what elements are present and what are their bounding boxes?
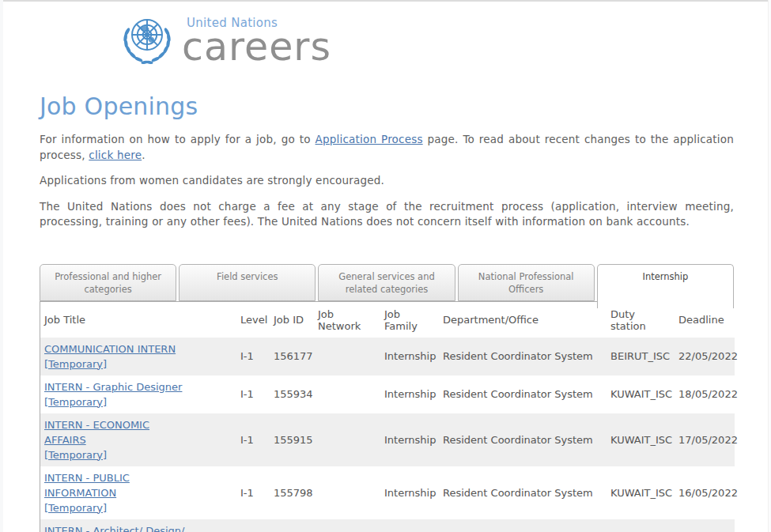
logo-careers-text: careers [182,29,331,65]
un-emblem-icon [117,11,177,71]
cell-duty-station: KUWAIT_ISC [607,466,675,519]
cell-deadline: 16/05/2022 [675,466,735,519]
cell-department: Resident Coordinator System [439,413,607,466]
cell-job-title: INTERN - Graphic Designer [Temporary] [40,375,236,413]
cell-deadline: 17/05/2022 [675,413,735,466]
cell-job-family: Internship [380,519,439,532]
job-title-link[interactable]: INTERN - Graphic Designer [Temporary] [44,381,182,408]
intro-section: For information on how to apply for a jo… [40,132,734,230]
column-header: Job Family [380,302,439,338]
intro-paragraph-women: Applications from women candidates are s… [40,173,734,189]
cell-job-family: Internship [380,375,439,413]
cell-deadline: 29/04/2022 [675,519,735,532]
table-row: INTERN - Architect/ Design/ Art History … [40,519,735,532]
job-title-link[interactable]: INTERN - PUBLIC INFORMATION [Temporary] [44,472,130,514]
cell-job-id: 155798 [270,466,314,519]
table-row: INTERN - ECONOMIC AFFAIRS [Temporary] I-… [40,413,735,466]
intro-paragraph-fees: The United Nations does not charge a fee… [40,199,734,230]
intro-paragraph-apply: For information on how to apply for a jo… [40,132,734,163]
cell-level: I-1 [236,519,270,532]
table-row: COMMUNICATION INTERN [Temporary] I-1 156… [40,338,735,375]
cell-job-family: Internship [380,466,439,519]
category-tabs: Professional and higher categories Field… [40,264,734,301]
cell-job-title: INTERN - ECONOMIC AFFAIRS [Temporary] [40,413,236,466]
cell-job-family: Internship [380,413,439,466]
cell-job-network [314,413,380,466]
category-tab[interactable]: National Professional Officers [458,264,595,301]
cell-job-family: Internship [380,338,439,375]
cell-level: I-1 [236,338,270,375]
column-header: Department/Office [439,302,607,338]
intro-p1-before: For information on how to apply for a jo… [40,133,316,145]
cell-duty-station: BEIRUT_ISC [607,338,675,375]
category-tab[interactable]: General services and related categories [318,264,455,301]
cell-level: I-1 [236,375,270,413]
table-body: COMMUNICATION INTERN [Temporary] I-1 156… [40,338,735,532]
category-tab[interactable]: Professional and higher categories [40,264,176,301]
cell-department: Resident Coordinator System [439,375,607,413]
cell-job-title: INTERN - PUBLIC INFORMATION [Temporary] [40,466,236,519]
intro-p1-after: . [142,149,146,161]
cell-job-title: COMMUNICATION INTERN [Temporary] [40,338,236,375]
un-careers-logo: United Nations careers [117,11,734,68]
cell-level: I-1 [236,413,270,466]
page-right-edge [768,0,771,532]
cell-deadline: 22/05/2022 [675,338,735,375]
cell-duty-station: NEW YORK [607,519,675,532]
cell-duty-station: KUWAIT_ISC [607,375,675,413]
cell-department: Resident Coordinator System [439,338,607,375]
table-row: INTERN - Graphic Designer [Temporary] I-… [40,375,735,413]
category-tab[interactable]: Field services [179,264,316,301]
cell-duty-station: KUWAIT_ISC [607,413,675,466]
job-title-link[interactable]: INTERN - Architect/ Design/ Art History … [44,525,185,532]
application-process-link[interactable]: Application Process [316,133,423,145]
cell-job-network [314,338,380,375]
page-left-edge [0,0,3,532]
cell-job-title: INTERN - Architect/ Design/ Art History … [40,519,236,532]
cell-job-network [314,519,380,532]
table-row: INTERN - PUBLIC INFORMATION [Temporary] … [40,466,735,519]
column-header: Job Network [314,302,380,338]
job-title-link[interactable]: COMMUNICATION INTERN [Temporary] [44,343,176,370]
job-openings-panel: Job Title Level Job ID Job Network Job F… [40,301,734,532]
cell-job-id: 156177 [270,338,314,375]
page-top-rule [0,0,771,2]
cell-job-network [314,466,380,519]
cell-department: Resident Coordinator System [439,466,607,519]
column-header: Level [236,302,270,338]
cell-deadline: 18/05/2022 [675,375,735,413]
cell-job-id: 154279 [270,519,314,532]
logo-wordmark: United Nations careers [182,17,331,65]
cell-level: I-1 [236,466,270,519]
category-tab[interactable]: Internship [597,264,734,308]
cell-department: Department of Operational Support [439,519,607,532]
cell-job-id: 155915 [270,413,314,466]
page-title: Job Openings [40,92,734,120]
cell-job-id: 155934 [270,375,314,413]
job-title-link[interactable]: INTERN - ECONOMIC AFFAIRS [Temporary] [44,419,149,461]
click-here-link[interactable]: click here [89,149,142,161]
column-header: Job Title [40,302,236,338]
cell-job-network [314,375,380,413]
job-openings-table: Job Title Level Job ID Job Network Job F… [40,302,735,532]
main-content: United Nations careers Job Openings For … [40,11,734,532]
column-header: Job ID [270,302,314,338]
